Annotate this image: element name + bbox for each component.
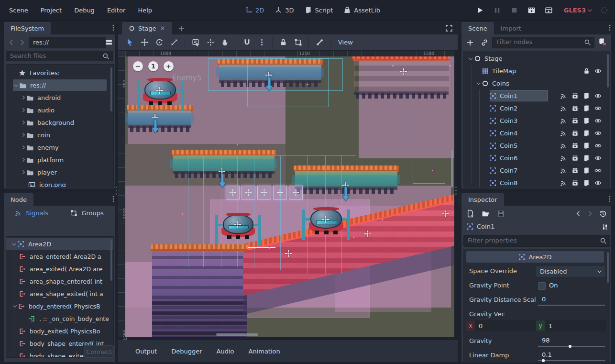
eye-button-icon[interactable] — [594, 179, 602, 187]
selection-handle[interactable] — [347, 210, 350, 240]
vector-y-field[interactable]: y1 — [536, 320, 606, 331]
number-value[interactable]: 98 — [542, 337, 550, 344]
bottom-panel-audio[interactable]: Audio — [217, 348, 234, 355]
node-gizmo[interactable] — [442, 210, 450, 218]
scene-tree-row-coin1[interactable]: Coin1 — [464, 89, 610, 102]
signal-button-icon[interactable] — [560, 130, 567, 137]
menu-debug[interactable]: Debug — [68, 0, 101, 20]
node-gizmo[interactable] — [400, 67, 407, 75]
signal-row[interactable]: area_shape_entered( int — [6, 275, 113, 287]
script-button-icon[interactable] — [583, 92, 590, 99]
eye-button-icon[interactable] — [594, 167, 602, 174]
search-files-input[interactable]: Search files — [6, 51, 113, 61]
signal-button-icon[interactable] — [560, 92, 567, 99]
tree-row-audio[interactable]: audio — [6, 104, 113, 116]
eye-button-icon[interactable] — [594, 142, 602, 149]
object-history-icon[interactable] — [599, 210, 607, 218]
tab-inspector[interactable]: Inspector — [461, 193, 504, 206]
group-button-icon[interactable] — [571, 130, 579, 137]
scene-tree-row-coin8[interactable]: Coin8 — [464, 176, 610, 188]
inspector-scrollbar[interactable] — [607, 252, 609, 283]
chevron-right-icon[interactable] — [21, 95, 26, 100]
nav-back-icon[interactable] — [8, 38, 15, 46]
split-mode-icon[interactable] — [105, 38, 113, 46]
history-back-icon[interactable] — [575, 210, 582, 217]
renderer-select[interactable]: GLES3 — [564, 7, 593, 14]
canvas-vscrollbar[interactable] — [451, 150, 453, 188]
select-tool[interactable] — [124, 37, 135, 48]
tree-row-player[interactable]: player — [6, 166, 113, 178]
selection-handle[interactable] — [181, 80, 184, 111]
new-resource-icon[interactable] — [466, 210, 474, 218]
coin-node[interactable] — [226, 186, 240, 199]
group-button-icon[interactable] — [571, 167, 579, 174]
script-button-icon[interactable] — [583, 117, 590, 124]
number-value[interactable]: 0.1 — [542, 351, 552, 358]
chevron-right-icon[interactable] — [21, 120, 26, 125]
chevron-right-icon[interactable] — [21, 157, 26, 163]
inspector-panel-menu-icon[interactable] — [606, 195, 614, 203]
rotate-tool[interactable] — [154, 37, 165, 48]
selection-handle[interactable] — [258, 215, 261, 246]
group-button-icon[interactable] — [571, 117, 579, 124]
snap-options-menu[interactable] — [256, 37, 267, 48]
node-gizmo[interactable] — [234, 220, 242, 228]
tree-row-res-root[interactable]: res:// — [6, 79, 113, 91]
node-gizmo[interactable] — [363, 230, 371, 238]
node-gizmo[interactable] — [322, 215, 329, 223]
signal-button-icon[interactable] — [560, 117, 567, 124]
load-resource-icon[interactable] — [482, 210, 490, 218]
node-panel-menu-icon[interactable] — [110, 195, 117, 203]
chevron-down-icon[interactable] — [468, 55, 474, 62]
tree-row-enemy[interactable]: enemy — [6, 141, 113, 154]
tree-row-icon-png[interactable]: icon.png — [6, 178, 113, 188]
eye-button-icon[interactable] — [594, 105, 602, 112]
slider-grabber[interactable] — [542, 359, 545, 362]
bottom-panel-debugger[interactable]: Debugger — [171, 348, 202, 355]
distraction-free-icon[interactable] — [445, 24, 453, 32]
eye-button-icon[interactable] — [594, 67, 602, 75]
tab-scene[interactable]: Scene — [461, 22, 494, 34]
connect-button[interactable]: Connect — [84, 345, 114, 358]
selection-handle[interactable] — [215, 215, 218, 246]
mode-assetlib-button[interactable]: AssetLib — [343, 6, 380, 14]
bottom-panel-output[interactable]: Output — [135, 348, 157, 355]
chevron-down-icon[interactable] — [11, 241, 17, 247]
filter-nodes-input[interactable]: Filter nodes — [492, 37, 594, 48]
object-tools-icon[interactable] — [601, 223, 609, 231]
snap-toggle[interactable] — [241, 37, 253, 48]
signal-row[interactable]: body_exited( PhysicsBo — [6, 325, 113, 337]
y-value[interactable]: 1 — [549, 322, 552, 330]
skeleton-options-button[interactable] — [314, 37, 325, 48]
filesystem-panel-menu-icon[interactable] — [110, 23, 117, 32]
signal-root-row[interactable]: Area2D — [6, 238, 113, 250]
tab-groups[interactable]: Groups — [70, 210, 103, 217]
menu-help[interactable]: Help — [132, 0, 158, 20]
eye-button-icon[interactable] — [594, 117, 602, 124]
zoom-out-button[interactable]: − — [133, 61, 143, 71]
chevron-right-icon[interactable] — [21, 144, 26, 150]
group-button-icon[interactable] — [571, 105, 579, 112]
nav-forward-icon[interactable] — [18, 38, 26, 46]
group-button-icon[interactable] — [571, 154, 579, 162]
chevron-down-icon[interactable] — [13, 82, 19, 88]
play-scene-button[interactable] — [526, 4, 538, 16]
section-header-area2d[interactable]: Area2D — [466, 251, 604, 263]
tree-row[interactable]: Favorites: — [6, 66, 113, 79]
dropdown-field[interactable]: Disabled — [536, 266, 605, 277]
tab-stage-scene[interactable]: Stage — [122, 22, 172, 34]
signal-button-icon[interactable] — [560, 179, 567, 187]
group-object-button[interactable] — [292, 37, 304, 48]
instance-scene-icon[interactable] — [481, 38, 488, 46]
coin-node[interactable] — [289, 186, 303, 199]
menu-project[interactable]: Project — [34, 0, 68, 20]
slider-track[interactable] — [538, 305, 605, 306]
current-path-field[interactable]: res:// — [29, 37, 106, 48]
x-value[interactable]: 0 — [479, 322, 483, 330]
zoom-in-button[interactable]: + — [164, 61, 174, 71]
tab-import[interactable]: Import — [494, 22, 528, 34]
scene-tree-row-stage[interactable]: Stage — [464, 52, 610, 65]
move-tool[interactable] — [139, 37, 150, 48]
pan-tool[interactable] — [220, 37, 231, 48]
move-pivot-tool[interactable] — [205, 37, 216, 48]
